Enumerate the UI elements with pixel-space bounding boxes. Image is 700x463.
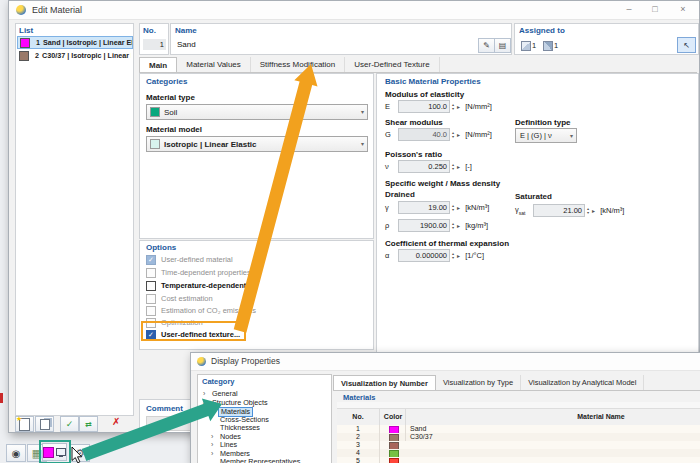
- chevron-right-icon[interactable]: ›: [211, 441, 213, 450]
- tab-stiffness-modification[interactable]: Stiffness Modification: [251, 57, 345, 72]
- checkbox-icon[interactable]: [146, 281, 156, 291]
- rho-row: ρ 1900.00 ▴▾ ▸ [kg/m³]: [385, 219, 488, 232]
- rho-spinner[interactable]: ▴▾: [452, 222, 454, 229]
- saturated-label: Saturated: [515, 192, 552, 201]
- name-input[interactable]: Sand: [177, 40, 196, 49]
- gamma-sat-spinner[interactable]: ▴▾: [587, 207, 589, 214]
- list-item-c3037[interactable]: 2 C30/37 | Isotropic | Linear Elastic: [17, 49, 131, 62]
- gamma-sat-input[interactable]: 21.00: [533, 204, 585, 217]
- option-co2-estimation[interactable]: Estimation of CO₂ emissions: [146, 305, 256, 316]
- e-unit: [N/mm²]: [465, 102, 492, 111]
- gamma-input[interactable]: 19.00: [398, 201, 450, 214]
- rho-detail-button[interactable]: ▸: [457, 222, 460, 229]
- copy-material-button[interactable]: [35, 416, 54, 432]
- row-color-cell[interactable]: [379, 425, 406, 433]
- minimize-button[interactable]: –: [621, 4, 637, 14]
- option-user-defined-texture[interactable]: ✓ User-defined texture...: [146, 329, 240, 340]
- material-table-row[interactable]: 5: [337, 457, 700, 463]
- row-color-cell[interactable]: [379, 441, 406, 449]
- nu-input[interactable]: 0.250: [398, 160, 450, 173]
- list-item-text: Sand | Isotropic | Linear Elastic: [43, 38, 133, 47]
- rho-input[interactable]: 1900.00: [398, 219, 450, 232]
- type-color-swatch: [150, 107, 160, 117]
- header-no: No.: [337, 409, 379, 425]
- option-label: Estimation of CO₂ emissions: [161, 306, 256, 315]
- chevron-down-icon[interactable]: ›: [200, 402, 209, 404]
- poisson-label: Poisson's ratio: [385, 150, 442, 159]
- tab-visualization-by-type[interactable]: Visualization by Type: [436, 375, 521, 390]
- checkbox-icon[interactable]: [146, 306, 156, 316]
- nu-detail-button[interactable]: ▸: [457, 163, 460, 170]
- table-header-row[interactable]: No. Color Material Name: [337, 409, 700, 426]
- chevron-right-icon[interactable]: ›: [203, 390, 205, 399]
- specific-weight-label: Specific weight / Mass density: [385, 179, 500, 188]
- chevron-right-icon[interactable]: ›: [211, 450, 213, 459]
- chevron-right-icon[interactable]: ›: [211, 433, 213, 442]
- alpha-unit: [1/°C]: [465, 251, 484, 260]
- library-button[interactable]: ▤: [494, 38, 511, 53]
- maximize-button[interactable]: □: [647, 4, 663, 14]
- tab-main[interactable]: Main: [139, 57, 177, 72]
- symbol-nu: ν: [385, 162, 398, 171]
- alpha-input[interactable]: 0.000000: [398, 249, 450, 262]
- checkbox-icon[interactable]: ✓: [146, 330, 156, 340]
- page-icon: ★: [19, 418, 30, 431]
- checkbox-icon[interactable]: [146, 268, 156, 278]
- new-material-button[interactable]: ★: [15, 416, 34, 432]
- checkbox-icon[interactable]: [146, 318, 156, 328]
- material-type-dropdown[interactable]: Soil ▾: [146, 104, 368, 120]
- edit-material-titlebar[interactable]: Edit Material – □ ×: [9, 1, 699, 20]
- select-individually-button[interactable]: ↖: [677, 37, 696, 53]
- app-icon: [197, 357, 206, 366]
- close-button[interactable]: ×: [675, 4, 691, 14]
- tree-item-member-representatives[interactable]: Member Representatives: [220, 458, 300, 463]
- tab-visualization-by-analytical-model[interactable]: Visualization by Analytical Model: [521, 375, 644, 390]
- row-color-cell[interactable]: [379, 449, 406, 457]
- definition-type-dropdown[interactable]: E | (G) | ν ▾: [515, 128, 577, 143]
- checkbox-icon[interactable]: ✓: [146, 255, 156, 265]
- nu-unit: [-]: [465, 162, 472, 171]
- g-spinner[interactable]: ▴▾: [452, 131, 454, 138]
- alpha-detail-button[interactable]: ▸: [457, 252, 460, 259]
- option-temperature-dependent[interactable]: Temperature-dependent...: [146, 280, 253, 291]
- shear-label: Shear modulus: [385, 118, 443, 127]
- transfer-button[interactable]: ⇄: [79, 416, 98, 432]
- display-properties-button[interactable]: [42, 443, 67, 461]
- list-item-sand[interactable]: 1 Sand | Isotropic | Linear Elastic: [17, 36, 133, 49]
- row-color-cell[interactable]: [379, 457, 406, 463]
- nu-spinner[interactable]: ▴▾: [452, 163, 454, 170]
- tab-material-values[interactable]: Material Values: [177, 57, 251, 72]
- options-title: Options: [146, 243, 176, 252]
- check-all-button[interactable]: ✓: [60, 416, 79, 432]
- option-user-defined-material[interactable]: ✓ User-defined material: [146, 254, 233, 265]
- e-input[interactable]: 100.0: [398, 100, 450, 113]
- dialog-title: Display Properties: [211, 356, 280, 366]
- gamma-spinner[interactable]: ▴▾: [452, 204, 454, 211]
- material-model-dropdown[interactable]: Isotropic | Linear Elastic ▾: [146, 136, 368, 152]
- rename-button[interactable]: ✎: [478, 38, 495, 53]
- g-input[interactable]: 40.0: [398, 128, 450, 141]
- tab-visualization-by-number[interactable]: Visualization by Number: [333, 375, 436, 390]
- edge-red-mark: [0, 393, 3, 403]
- option-optimization[interactable]: Optimization: [146, 317, 203, 328]
- modulus-label: Modulus of elasticity: [385, 90, 464, 99]
- checkbox-icon[interactable]: [146, 294, 156, 304]
- alpha-spinner[interactable]: ▴▾: [452, 252, 454, 259]
- gamma-detail-button[interactable]: ▸: [457, 204, 460, 211]
- option-time-dependent[interactable]: Time-dependent properties: [146, 267, 251, 278]
- assigned-surfaces-icon: [543, 41, 553, 51]
- option-cost-estimation[interactable]: Cost estimation: [146, 293, 213, 304]
- gamma-sat-detail-button[interactable]: ▸: [592, 207, 595, 214]
- row-color-cell[interactable]: [379, 433, 406, 441]
- no-label: No.: [143, 26, 156, 35]
- display-properties-titlebar[interactable]: Display Properties: [191, 353, 700, 371]
- delete-material-button[interactable]: ✗: [112, 416, 120, 427]
- definition-type-label: Definition type: [515, 118, 571, 127]
- view-settings-button[interactable]: ◉: [6, 444, 26, 462]
- e-spinner[interactable]: ▴▾: [452, 103, 454, 110]
- options-button[interactable]: ⚙: [70, 444, 90, 462]
- material-color-swatch: [19, 51, 29, 61]
- e-detail-button[interactable]: ▸: [457, 103, 460, 110]
- g-detail-button[interactable]: ▸: [457, 131, 460, 138]
- tab-user-defined-texture[interactable]: User-Defined Texture: [345, 57, 439, 72]
